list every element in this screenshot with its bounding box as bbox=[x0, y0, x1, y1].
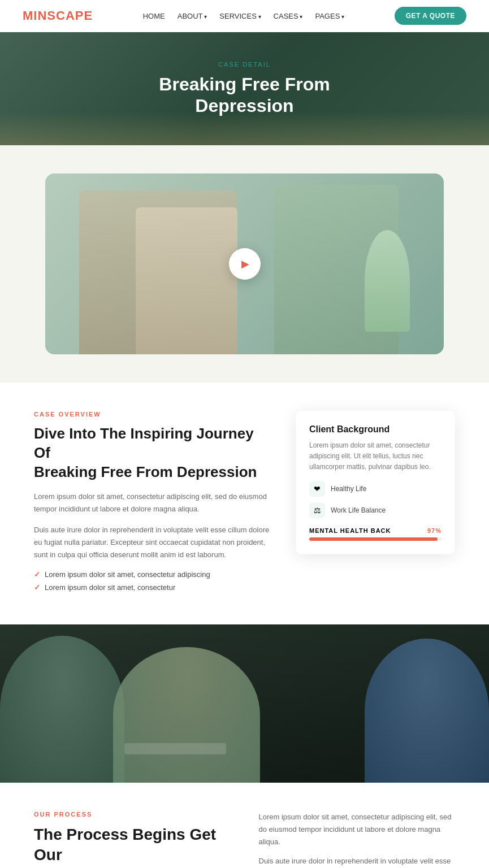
person1-silhouette bbox=[0, 636, 124, 783]
progress-percentage: 97% bbox=[427, 527, 442, 534]
work-life-label: Work Life Balance bbox=[331, 506, 386, 514]
nav-about[interactable]: ABOUT bbox=[178, 12, 207, 20]
process-section: OUR PROCESS The Process Begins Get OurMe… bbox=[0, 783, 489, 868]
group-photo-section bbox=[0, 624, 489, 783]
nav-services[interactable]: SERVICES bbox=[219, 12, 261, 20]
nav-cases[interactable]: CASES bbox=[274, 12, 303, 20]
case-overview-right: Client Background Lorem ipsum dolor sit … bbox=[296, 411, 455, 596]
case-overview-para1: Lorem ipsum dolor sit amet, consectetur … bbox=[34, 491, 273, 515]
nav-pages[interactable]: PAGES bbox=[315, 12, 344, 20]
process-eyebrow: OUR PROCESS bbox=[34, 811, 231, 818]
person3-silhouette bbox=[365, 639, 489, 783]
case-eyebrow: CASE OVERVIEW bbox=[34, 411, 273, 418]
process-para1: Lorem ipsum dolor sit amet, consectetur … bbox=[259, 811, 456, 848]
navbar: MINSCAPE HOME ABOUT SERVICES CASES PAGES… bbox=[0, 0, 489, 32]
check-item-2: Lorem ipsum dolor sit amet, consectetur bbox=[34, 583, 273, 592]
progress-fill bbox=[309, 537, 438, 541]
process-right: Lorem ipsum dolor sit amet, consectetur … bbox=[259, 811, 456, 868]
play-button[interactable] bbox=[229, 248, 261, 280]
hero-title: Breaking Free FromDepression bbox=[159, 73, 330, 117]
process-heading: The Process Begins Get OurMental Health … bbox=[34, 824, 231, 868]
logo[interactable]: MINSCAPE bbox=[23, 8, 93, 23]
case-checklist: Lorem ipsum dolor sit amet, consectetur … bbox=[34, 570, 273, 592]
progress-bar bbox=[309, 537, 442, 541]
healthy-life-icon: ❤ bbox=[309, 481, 325, 497]
hero-content: CASE DETAIL Breaking Free FromDepression bbox=[159, 61, 330, 117]
hero-eyebrow: CASE DETAIL bbox=[159, 61, 330, 68]
case-overview-section: CASE OVERVIEW Dive Into The Inspiring Jo… bbox=[0, 383, 489, 624]
client-card-para: Lorem ipsum dolor sit amet, consectetur … bbox=[309, 440, 442, 473]
progress-section: MENTAL HEALTH BACK 97% bbox=[309, 527, 442, 541]
work-life-icon: ⚖ bbox=[309, 502, 325, 518]
person2-silhouette bbox=[113, 647, 260, 783]
case-overview-heading: Dive Into The Inspiring Journey OfBreaki… bbox=[34, 424, 273, 481]
nav-links: HOME ABOUT SERVICES CASES PAGES bbox=[143, 12, 344, 20]
check-item-1: Lorem ipsum dolor sit amet, consectetur … bbox=[34, 570, 273, 579]
progress-label-text: MENTAL HEALTH BACK bbox=[309, 527, 391, 534]
case-overview-left: CASE OVERVIEW Dive Into The Inspiring Jo… bbox=[34, 411, 273, 596]
client-item-1: ❤ Healthy Life bbox=[309, 481, 442, 497]
client-item-2: ⚖ Work Life Balance bbox=[309, 502, 442, 518]
process-top: OUR PROCESS The Process Begins Get OurMe… bbox=[34, 811, 455, 868]
healthy-life-label: Healthy Life bbox=[331, 485, 366, 493]
process-left: OUR PROCESS The Process Begins Get OurMe… bbox=[34, 811, 231, 868]
process-para2: Duis aute irure dolor in reprehenderit i… bbox=[259, 855, 456, 868]
video-section bbox=[0, 145, 489, 383]
video-thumbnail[interactable] bbox=[45, 173, 444, 354]
nav-home[interactable]: HOME bbox=[143, 12, 165, 20]
case-overview-para2: Duis aute irure dolor in reprehenderit i… bbox=[34, 524, 273, 561]
hero-section: CASE DETAIL Breaking Free FromDepression bbox=[0, 32, 489, 145]
client-card-title: Client Background bbox=[309, 424, 442, 435]
get-quote-button[interactable]: GET A QUOTE bbox=[395, 7, 466, 25]
client-background-card: Client Background Lorem ipsum dolor sit … bbox=[296, 411, 455, 554]
